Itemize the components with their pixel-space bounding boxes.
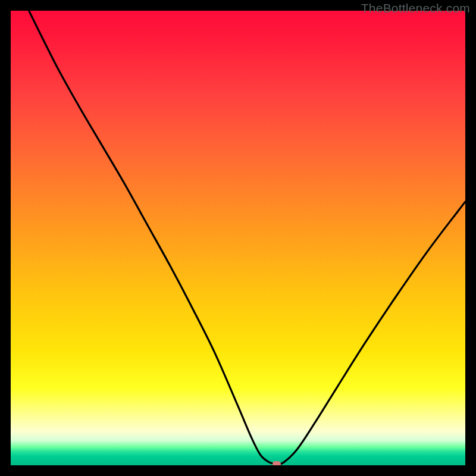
optimum-marker: [273, 461, 281, 465]
plot-area: [11, 11, 465, 465]
watermark-text: TheBottleneck.com: [361, 1, 470, 15]
bottleneck-curve: [11, 11, 465, 465]
chart-frame: TheBottleneck.com: [0, 0, 476, 476]
